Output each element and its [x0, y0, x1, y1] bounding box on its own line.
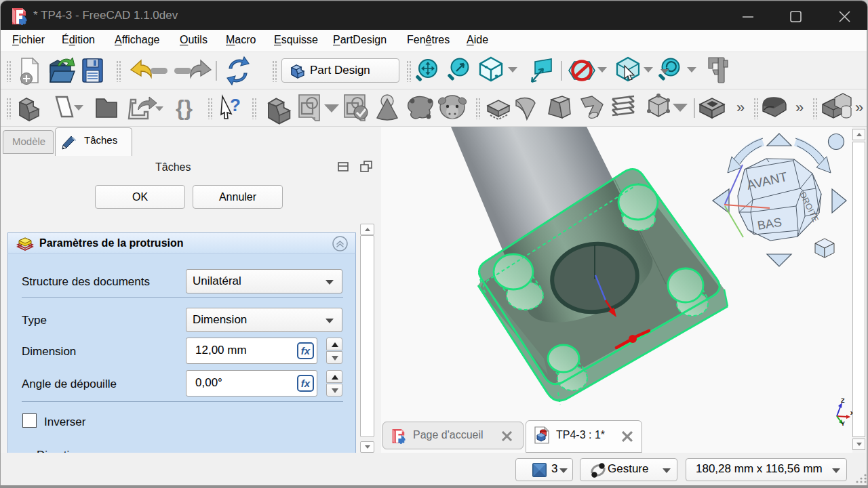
svg-text:Z: Z [841, 397, 845, 404]
svg-text:»: » [795, 99, 804, 116]
svg-text:»: » [855, 99, 863, 116]
svg-text:{}: {} [176, 96, 193, 120]
svg-text:»: » [736, 99, 745, 116]
svg-text:Y: Y [841, 420, 845, 427]
svg-text:?: ? [230, 95, 241, 115]
